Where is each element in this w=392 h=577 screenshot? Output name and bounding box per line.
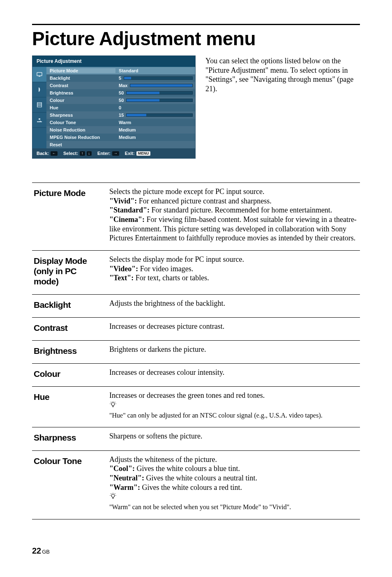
osd-slider <box>126 113 193 117</box>
definition-row: Display Mode (only in PC mode)Selects th… <box>32 250 360 294</box>
definition-term: Hue <box>34 391 102 420</box>
definition-desc: Increases or decreases colour intensity. <box>109 368 358 379</box>
definition-desc: Increases or decreases picture contrast. <box>109 322 358 333</box>
osd-foot-exit: Exit: MENU <box>125 151 150 156</box>
osd-slider <box>126 99 193 102</box>
osd-tab-picture-icon <box>32 67 46 82</box>
definition-term: Sharpness <box>34 432 102 443</box>
osd-row: Picture ModeStandard <box>46 67 195 74</box>
page-title: Picture Adjustment menu <box>32 28 360 50</box>
page-footer: 22GB <box>32 546 50 556</box>
definition-row: SharpnessSharpens or softens the picture… <box>32 427 360 450</box>
osd-row: MPEG Noise ReductionMedium <box>46 134 195 141</box>
definition-term: Colour Tone <box>34 455 102 512</box>
svg-point-3 <box>111 403 115 406</box>
definition-row: BrightnessBrightens or darkens the pictu… <box>32 340 360 363</box>
tip-icon <box>109 401 117 411</box>
osd-row-value: Medium <box>119 135 193 140</box>
definition-row: ColourIncreases or decreases colour inte… <box>32 363 360 386</box>
definitions: Picture ModeSelects the picture mode exc… <box>32 182 360 519</box>
definition-term: Contrast <box>34 322 102 333</box>
svg-point-4 <box>111 494 115 498</box>
definition-row: Colour ToneAdjusts the whiteness of the … <box>32 450 360 519</box>
osd-title: Picture Adjustment <box>32 56 195 67</box>
intro-text: You can select the options listed below … <box>205 55 360 93</box>
page-number: 22 <box>32 546 41 555</box>
definition-term: Brightness <box>34 345 102 356</box>
definition-row: ContrastIncreases or decreases picture c… <box>32 317 360 340</box>
osd-footer: Back: ← Select: ↑↓ Enter: → Exit: MENU <box>32 148 195 158</box>
osd-row-label: Hue <box>50 105 115 110</box>
osd-row: Reset <box>46 141 195 148</box>
osd-row-value: 15 <box>119 113 193 118</box>
definition-term: Picture Mode <box>34 187 102 243</box>
osd-foot-enter: Enter: → <box>97 151 119 156</box>
definition-term: Backlight <box>34 299 102 310</box>
osd-row: Hue0 <box>46 104 195 111</box>
osd-row-value: Warm <box>119 120 193 125</box>
osd-tab-features-icon <box>32 97 46 113</box>
top-rule <box>32 24 360 25</box>
osd-row-label: Backlight <box>50 76 115 81</box>
osd-tab-sound-icon <box>32 82 46 97</box>
osd-row: Colour ToneWarm <box>46 119 195 126</box>
definition-row: Picture ModeSelects the picture mode exc… <box>32 182 360 250</box>
osd-row-label: Reset <box>50 142 115 147</box>
definition-term: Colour <box>34 368 102 379</box>
osd-row: Noise ReductionMedium <box>46 126 195 134</box>
page-region: GB <box>42 549 50 555</box>
osd-slider <box>124 76 193 80</box>
osd-panel: Picture Adjustment Picture <box>32 55 196 159</box>
osd-tab-setup-icon <box>32 113 46 128</box>
definition-desc: Brightens or darkens the picture. <box>109 345 358 356</box>
osd-row-label: Picture Mode <box>50 68 115 73</box>
osd-slider <box>126 91 193 95</box>
svg-rect-2 <box>39 118 40 120</box>
osd-row-value: 50 <box>119 90 193 95</box>
definition-row: BacklightAdjusts the brightness of the b… <box>32 294 360 317</box>
osd-row-label: Contrast <box>50 83 115 88</box>
osd-row-value: 50 <box>119 98 193 103</box>
osd-row-value: Max <box>119 83 193 88</box>
osd-row: Backlight5 <box>46 74 195 82</box>
definition-desc: Selects the display mode for PC input so… <box>109 255 358 287</box>
osd-row-value: Medium <box>119 127 193 132</box>
svg-rect-1 <box>37 103 42 107</box>
osd-sidebar <box>32 67 46 148</box>
svg-rect-0 <box>37 72 42 76</box>
osd-row: Colour50 <box>46 97 195 104</box>
osd-foot-select: Select: ↑↓ <box>63 151 92 156</box>
osd-row-label: Colour <box>50 98 115 103</box>
osd-foot-back: Back: ← <box>37 151 58 156</box>
definition-desc: Adjusts the whiteness of the picture."Co… <box>109 455 358 512</box>
osd-rows: Picture ModeStandardBacklight5ContrastMa… <box>46 67 195 148</box>
definition-desc: Increases or decreases the green tones a… <box>109 391 358 420</box>
osd-slider <box>130 84 193 87</box>
osd-row-label: Noise Reduction <box>50 127 115 132</box>
osd-row: ContrastMax <box>46 82 195 89</box>
osd-row-value: 5 <box>119 76 193 81</box>
osd-row-value: 0 <box>119 105 193 110</box>
osd-row-label: Colour Tone <box>50 120 115 125</box>
osd-row: Sharpness15 <box>46 111 195 119</box>
definition-desc: Adjusts the brightness of the backlight. <box>109 299 358 310</box>
definition-term: Display Mode (only in PC mode) <box>34 255 102 287</box>
osd-row-value: Standard <box>119 68 193 73</box>
osd-row: Brightness50 <box>46 89 195 97</box>
osd-row-label: Sharpness <box>50 113 115 118</box>
definition-row: HueIncreases or decreases the green tone… <box>32 386 360 427</box>
definition-desc: Sharpens or softens the picture. <box>109 432 358 443</box>
tip-icon <box>109 492 117 502</box>
definition-desc: Selects the picture mode except for PC i… <box>109 187 358 243</box>
osd-row-label: MPEG Noise Reduction <box>50 135 115 140</box>
osd-row-label: Brightness <box>50 90 115 95</box>
